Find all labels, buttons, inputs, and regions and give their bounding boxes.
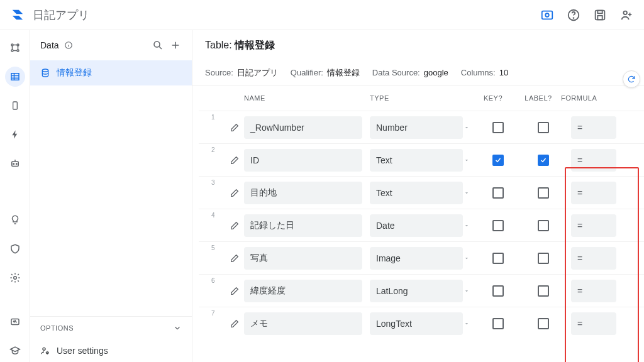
key-checkbox[interactable] — [492, 220, 504, 231]
edit-icon[interactable] — [225, 253, 244, 263]
sidebar-item-table[interactable]: 情報登録 — [30, 60, 192, 85]
side-title: Data — [40, 40, 59, 50]
table-row: 5写真Image= — [199, 241, 644, 274]
formula-input[interactable]: = — [571, 247, 616, 270]
label-checkbox[interactable] — [538, 220, 549, 231]
preview-icon[interactable] — [540, 8, 555, 23]
options-header[interactable]: OPTIONS — [30, 317, 192, 339]
column-name-input[interactable]: 記録した日 — [244, 214, 362, 237]
appsheet-logo — [10, 8, 25, 23]
side-panel: Data 情報登録 OPTIONS User settings — [30, 30, 192, 362]
svg-point-22 — [43, 348, 45, 350]
nav-app-icon[interactable] — [5, 38, 25, 58]
table-title: Table: 情報登録 — [192, 30, 644, 60]
svg-rect-5 — [597, 10, 602, 13]
nav-automation-icon[interactable] — [5, 153, 25, 173]
nav-actions-icon[interactable] — [5, 124, 25, 145]
edit-icon[interactable] — [225, 221, 244, 231]
chevron-down-icon[interactable] — [463, 288, 470, 294]
info-icon[interactable] — [64, 41, 73, 50]
row-number: 7 — [211, 307, 225, 317]
svg-point-9 — [17, 44, 19, 46]
user-settings-item[interactable]: User settings — [30, 339, 192, 362]
svg-point-1 — [545, 13, 549, 17]
column-type-select[interactable]: LongText — [370, 312, 463, 335]
column-name-input[interactable]: ID — [244, 149, 362, 172]
table-row: 6緯度経度LatLong= — [199, 274, 644, 307]
key-checkbox[interactable] — [492, 155, 504, 166]
key-checkbox[interactable] — [492, 122, 504, 133]
formula-input[interactable]: = — [571, 280, 616, 302]
formula-input[interactable]: = — [571, 214, 616, 237]
column-type-select[interactable]: Number — [370, 116, 463, 139]
label-checkbox[interactable] — [538, 253, 549, 264]
chevron-down-icon[interactable] — [463, 157, 470, 163]
label-checkbox[interactable] — [538, 285, 549, 297]
refresh-button[interactable] — [623, 70, 640, 88]
chevron-down-icon[interactable] — [463, 321, 470, 327]
nav-learn-icon[interactable] — [5, 341, 25, 361]
row-number: 3 — [211, 177, 225, 186]
edit-icon[interactable] — [225, 155, 244, 165]
column-type-select[interactable]: Text — [370, 149, 463, 172]
nav-data-icon[interactable] — [5, 67, 25, 87]
column-type-select[interactable]: Date — [370, 214, 463, 237]
chevron-down-icon[interactable] — [463, 124, 470, 131]
label-checkbox[interactable] — [538, 318, 549, 329]
nav-views-icon[interactable] — [5, 96, 25, 116]
column-type-select[interactable]: Image — [370, 247, 463, 270]
table-row: 7メモLongText= — [199, 307, 644, 339]
edit-icon[interactable] — [225, 123, 244, 133]
table-header: NAME TYPE KEY? LABEL? FORMULA — [199, 85, 644, 111]
svg-point-8 — [11, 44, 13, 46]
label-checkbox[interactable] — [538, 155, 549, 166]
key-checkbox[interactable] — [492, 253, 504, 264]
column-type-select[interactable]: Text — [370, 182, 463, 204]
row-number: 5 — [211, 242, 225, 251]
chevron-down-icon[interactable] — [463, 255, 470, 261]
svg-point-3 — [574, 18, 574, 18]
formula-input[interactable]: = — [571, 149, 616, 172]
chevron-down-icon[interactable] — [463, 222, 470, 229]
edit-icon[interactable] — [225, 286, 244, 296]
topbar: 日記アプリ — [0, 0, 644, 30]
key-checkbox[interactable] — [492, 187, 504, 199]
database-icon — [40, 68, 50, 78]
row-number: 2 — [211, 144, 225, 153]
save-icon[interactable] — [592, 8, 608, 23]
table-row: 1_RowNumberNumber= — [199, 111, 644, 143]
nav-intelligence-icon[interactable] — [5, 210, 25, 230]
column-type-select[interactable]: LatLong — [370, 280, 463, 302]
edit-icon[interactable] — [225, 319, 244, 329]
column-name-input[interactable]: 写真 — [244, 247, 362, 270]
column-name-input[interactable]: 目的地 — [244, 182, 362, 204]
column-name-input[interactable]: メモ — [244, 312, 362, 335]
column-name-input[interactable]: 緯度経度 — [244, 280, 362, 302]
nav-manage-icon[interactable] — [5, 312, 25, 332]
column-name-input[interactable]: _RowNumber — [244, 116, 362, 139]
svg-point-17 — [13, 277, 16, 280]
nav-settings-icon[interactable] — [5, 268, 25, 288]
svg-point-20 — [154, 41, 160, 47]
formula-input[interactable]: = — [571, 312, 616, 335]
chevron-down-icon[interactable] — [463, 190, 470, 196]
help-icon[interactable] — [566, 8, 581, 23]
edit-icon[interactable] — [225, 188, 244, 198]
share-icon[interactable] — [619, 8, 634, 23]
key-checkbox[interactable] — [492, 285, 504, 297]
svg-point-16 — [16, 163, 17, 165]
label-checkbox[interactable] — [538, 187, 549, 199]
add-icon[interactable] — [169, 39, 182, 52]
app-title: 日記アプリ — [33, 8, 89, 23]
nav-security-icon[interactable] — [5, 239, 25, 259]
formula-input[interactable]: = — [571, 116, 616, 139]
sidebar-item-label: 情報登録 — [57, 67, 92, 79]
search-icon[interactable] — [152, 39, 164, 52]
svg-rect-0 — [542, 11, 553, 19]
table-meta: Source: 日記アプリ Qualifier: 情報登録 Data Sourc… — [192, 60, 644, 85]
key-checkbox[interactable] — [492, 318, 504, 329]
content: Table: 情報登録 Source: 日記アプリ Qualifier: 情報登… — [192, 30, 644, 362]
svg-point-23 — [47, 352, 48, 354]
label-checkbox[interactable] — [538, 122, 549, 133]
formula-input[interactable]: = — [571, 182, 616, 204]
